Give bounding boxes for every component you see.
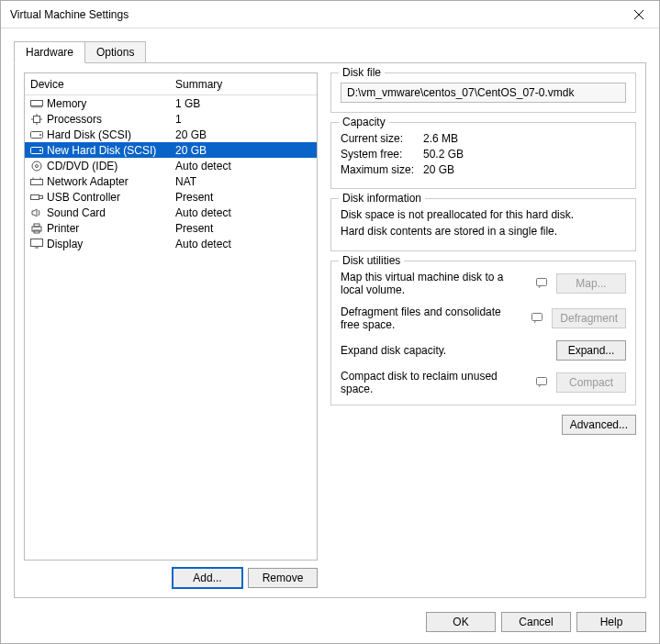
max-size-label: Maximum size: (341, 163, 423, 176)
svg-point-6 (32, 161, 41, 171)
tab-hardware[interactable]: Hardware (14, 41, 85, 63)
header-device[interactable]: Device (25, 78, 170, 91)
disk-file-field[interactable] (341, 83, 626, 103)
group-disk-utilities: Disk utilities Map this virtual machine … (330, 261, 636, 405)
list-buttons: Add... Remove (24, 568, 318, 588)
svg-rect-10 (39, 195, 43, 198)
device-name: Network Adapter (47, 175, 129, 188)
device-summary: 1 GB (170, 97, 317, 110)
svg-rect-12 (34, 224, 39, 227)
device-summary: Present (170, 191, 317, 204)
device-name: Printer (47, 222, 79, 235)
add-button[interactable]: Add... (173, 568, 242, 588)
close-button[interactable] (621, 2, 657, 28)
disk-icon (30, 129, 43, 140)
cpu-icon (30, 114, 43, 125)
remove-button[interactable]: Remove (248, 568, 318, 588)
info-icon (530, 312, 546, 325)
svg-rect-8 (31, 179, 43, 184)
svg-point-7 (36, 164, 39, 167)
list-header: Device Summary (25, 73, 317, 95)
list-item[interactable]: Memory1 GB (25, 95, 317, 111)
device-list: Device Summary Memory1 GBProcessors1Hard… (24, 72, 318, 561)
net-icon (30, 176, 43, 187)
advanced-row: Advanced... (330, 415, 636, 435)
compact-text: Compact disk to reclaim unused space. (341, 370, 534, 395)
device-name: Processors (47, 113, 102, 126)
cancel-button[interactable]: Cancel (501, 612, 571, 632)
list-item[interactable]: CD/DVD (IDE)Auto detect (25, 158, 317, 173)
device-name: New Hard Disk (SCSI) (47, 144, 156, 157)
device-summary: 20 GB (170, 144, 317, 157)
device-summary: 20 GB (170, 128, 317, 141)
group-title-disk-file: Disk file (339, 66, 385, 79)
cd-icon (30, 161, 43, 172)
group-capacity: Capacity Current size:2.6 MB System free… (330, 122, 636, 189)
right-pane: Disk file Capacity Current size:2.6 MB S… (330, 72, 636, 588)
list-item[interactable]: PrinterPresent (25, 220, 317, 236)
list-item[interactable]: Hard Disk (SCSI)20 GB (25, 127, 317, 142)
device-summary: NAT (170, 175, 317, 188)
expand-text: Expand disk capacity. (341, 344, 534, 357)
printer-icon (30, 223, 43, 234)
info-icon (534, 376, 551, 389)
svg-point-3 (39, 134, 41, 136)
svg-rect-16 (532, 314, 543, 321)
svg-rect-1 (34, 116, 40, 122)
svg-rect-17 (537, 378, 547, 385)
vm-settings-dialog: Virtual Machine Settings Hardware Option… (0, 0, 660, 644)
system-free-value: 50.2 GB (423, 148, 464, 161)
dialog-footer: OK Cancel Help (1, 606, 659, 643)
svg-point-5 (39, 150, 41, 151)
advanced-button[interactable]: Advanced... (562, 415, 636, 435)
device-name: CD/DVD (IDE) (47, 160, 117, 172)
list-item[interactable]: DisplayAuto detect (25, 236, 317, 251)
ok-button[interactable]: OK (426, 612, 496, 632)
list-item[interactable]: Processors1 (25, 111, 317, 127)
device-summary: 1 (170, 113, 317, 126)
device-rows: Memory1 GBProcessors1Hard Disk (SCSI)20 … (25, 95, 317, 251)
device-name: Sound Card (47, 206, 106, 219)
close-icon (633, 9, 644, 20)
tab-options[interactable]: Options (84, 41, 146, 63)
list-item[interactable]: New Hard Disk (SCSI)20 GB (25, 142, 317, 158)
sound-icon (30, 207, 43, 218)
group-title-disk-utilities: Disk utilities (339, 254, 404, 267)
defragment-button[interactable]: Defragment (552, 308, 626, 328)
map-text: Map this virtual machine disk to a local… (341, 271, 534, 296)
compact-button[interactable]: Compact (556, 372, 626, 393)
help-button[interactable]: Help (576, 612, 646, 632)
expand-button[interactable]: Expand... (556, 340, 626, 361)
device-name: Memory (47, 97, 86, 110)
device-name: Display (47, 238, 83, 250)
group-title-disk-info: Disk information (339, 192, 425, 205)
memory-icon (30, 98, 43, 109)
svg-rect-9 (31, 194, 39, 199)
device-name: Hard Disk (SCSI) (47, 128, 131, 141)
disk-icon (30, 145, 43, 156)
current-size-label: Current size: (341, 132, 423, 145)
header-summary[interactable]: Summary (170, 78, 317, 91)
group-disk-info: Disk information Disk space is not preal… (330, 198, 636, 251)
device-summary: Auto detect (170, 160, 317, 172)
current-size-value: 2.6 MB (423, 132, 458, 145)
list-item[interactable]: Network AdapterNAT (25, 173, 317, 189)
info-icon (534, 277, 551, 290)
list-item[interactable]: Sound CardAuto detect (25, 205, 317, 220)
group-title-capacity: Capacity (339, 116, 389, 128)
svg-rect-15 (537, 279, 547, 286)
svg-rect-0 (31, 100, 43, 105)
svg-rect-14 (31, 239, 43, 247)
map-button[interactable]: Map... (556, 273, 626, 294)
content: Device Summary Memory1 GBProcessors1Hard… (14, 62, 646, 598)
tabs: Hardware Options (1, 28, 659, 63)
defragment-text: Defragment files and consolidate free sp… (341, 305, 530, 331)
max-size-value: 20 GB (423, 163, 454, 176)
usb-icon (30, 192, 43, 203)
display-icon (30, 239, 43, 250)
list-item[interactable]: USB ControllerPresent (25, 189, 317, 205)
device-name: USB Controller (47, 191, 120, 204)
left-pane: Device Summary Memory1 GBProcessors1Hard… (24, 72, 318, 588)
device-summary: Auto detect (170, 206, 317, 219)
system-free-label: System free: (341, 148, 423, 161)
